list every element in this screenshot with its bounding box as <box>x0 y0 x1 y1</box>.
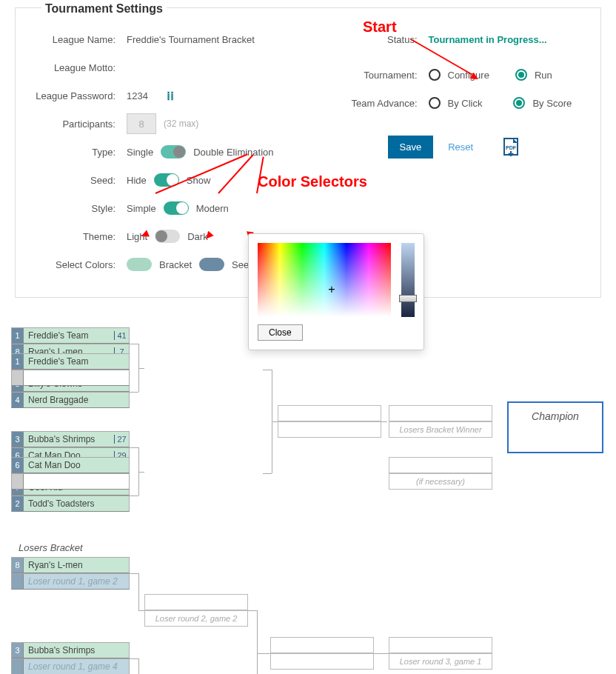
slider-thumb[interactable] <box>399 295 417 302</box>
r1-team-8[interactable]: 2Todd's Toadsters <box>11 496 130 512</box>
participants-input[interactable]: 8 <box>127 113 156 134</box>
type-left: Single <box>127 147 153 158</box>
label-select-colors: Select Colors: <box>30 259 127 270</box>
lr3-final-1[interactable] <box>389 637 492 653</box>
r2-team-2-empty[interactable] <box>11 370 130 386</box>
style-left: Simple <box>127 203 156 214</box>
seed-left: Hide <box>127 175 147 186</box>
save-button[interactable]: Save <box>388 136 434 159</box>
radio-by-score[interactable] <box>513 97 525 109</box>
lr1-team-2[interactable]: 3Bubba's Shrimps <box>11 642 130 658</box>
seed-right: Show <box>187 175 211 186</box>
label-participants: Participants: <box>30 119 127 130</box>
label-league-motto: League Motto: <box>30 62 127 73</box>
picker-hue-slider[interactable] <box>401 243 415 317</box>
champion-box: Champion <box>507 401 603 453</box>
opt-by-click: By Click <box>448 98 483 109</box>
opt-by-score: By Score <box>532 98 572 109</box>
picker-cursor[interactable]: + <box>327 284 337 295</box>
label-league-name: League Name: <box>30 34 127 45</box>
label-team-advance: Team Advance: <box>344 98 429 109</box>
picker-close-button[interactable]: Close <box>258 324 303 341</box>
r2-team-1[interactable]: 1Freddie's Team <box>11 353 130 370</box>
label-tournament: Tournament: <box>344 70 429 81</box>
color-picker-popup: + Close <box>248 233 424 350</box>
lr2-slot-a2[interactable]: Loser round 2, game 2 <box>144 610 248 627</box>
type-right: Double Elimination <box>193 147 273 158</box>
value-league-name[interactable]: Freddie's Tournament Bracket <box>127 34 255 45</box>
style-right: Modern <box>196 203 229 214</box>
lr3-final-2[interactable]: Loser round 3, game 1 <box>389 653 492 670</box>
radio-configure[interactable] <box>429 69 441 81</box>
color-chip-seed[interactable] <box>199 258 224 271</box>
picker-canvas[interactable]: + <box>258 243 391 317</box>
lr2-slot-a1[interactable] <box>144 594 248 610</box>
bracket-area: 1Freddie's Team41 8Ryan's L-men7 5Billy'… <box>11 313 605 674</box>
style-toggle[interactable] <box>164 201 189 215</box>
opt-run: Run <box>535 70 552 81</box>
participants-max: (32 max) <box>164 119 198 129</box>
label-seed: Seed: <box>30 175 127 186</box>
svg-text:PDF: PDF <box>506 145 517 150</box>
label-theme: Theme: <box>30 231 127 242</box>
radio-by-click[interactable] <box>429 97 441 109</box>
r1-team-5[interactable]: 3Bubba's Shrimps27 <box>11 431 130 447</box>
r2-team-3[interactable]: 6Cat Man Doo <box>11 457 130 473</box>
lr1-ghost-1[interactable]: Loser round 1, game 2 <box>11 573 130 590</box>
necessary-slot-2[interactable]: (if necessary) <box>389 473 492 490</box>
color-label-bracket: Bracket <box>159 259 192 270</box>
lr1-ghost-2[interactable]: Loser round 1, game 4 <box>11 658 130 674</box>
finals-slot-1[interactable] <box>389 405 492 421</box>
password-toggle-icon[interactable]: ⁞⁞ <box>167 89 174 103</box>
lr1-team-1[interactable]: 8Ryan's L-men <box>11 557 130 573</box>
radio-run[interactable] <box>515 69 527 81</box>
lr3-slot-2[interactable] <box>270 653 374 670</box>
losers-bracket-title: Losers Bracket <box>19 542 83 553</box>
label-league-password: League Password: <box>30 90 127 101</box>
r2-team-4-empty[interactable] <box>11 473 130 490</box>
value-league-password[interactable]: 1234 <box>127 90 148 101</box>
r1-team-1[interactable]: 1Freddie's Team41 <box>11 327 130 344</box>
losers-bracket-winner-slot[interactable]: Losers Bracket Winner <box>389 421 492 438</box>
lr3-slot-1[interactable] <box>270 637 374 653</box>
r1-team-4[interactable]: 4Nerd Braggade <box>11 392 130 408</box>
status-value: Tournament in Progress... <box>429 34 547 45</box>
theme-toggle[interactable] <box>155 230 180 243</box>
pdf-icon[interactable]: PDF <box>503 137 520 158</box>
r3-slot-1[interactable] <box>278 405 381 421</box>
label-style: Style: <box>30 203 127 214</box>
settings-title: Tournament Settings <box>41 2 167 16</box>
reset-button[interactable]: Reset <box>448 141 473 153</box>
r3-slot-2[interactable] <box>278 421 381 438</box>
necessary-slot-1[interactable] <box>389 457 492 473</box>
color-chip-bracket[interactable] <box>127 258 152 271</box>
type-toggle[interactable] <box>161 145 186 159</box>
label-type: Type: <box>30 147 127 158</box>
